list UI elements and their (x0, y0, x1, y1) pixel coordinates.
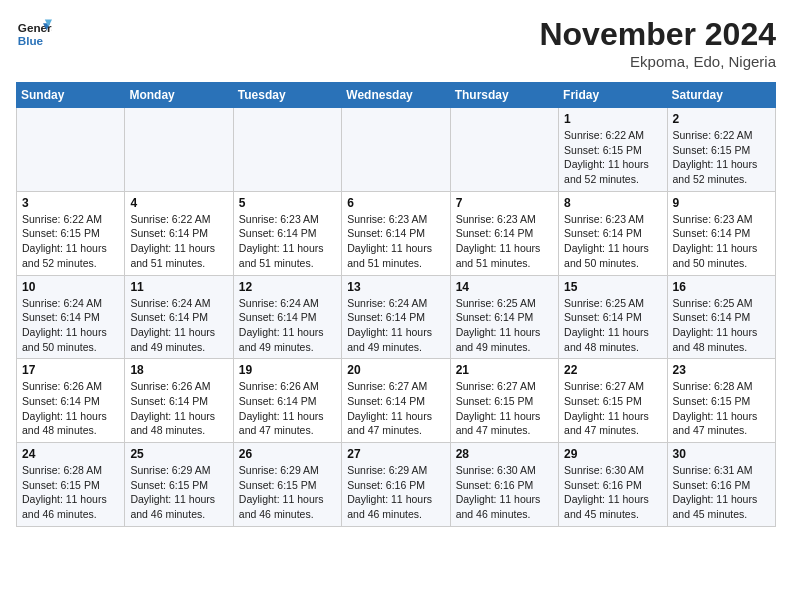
day-info: Sunrise: 6:22 AM Sunset: 6:14 PM Dayligh… (130, 212, 227, 271)
calendar-day-cell: 27Sunrise: 6:29 AM Sunset: 6:16 PM Dayli… (342, 443, 450, 527)
day-info: Sunrise: 6:24 AM Sunset: 6:14 PM Dayligh… (22, 296, 119, 355)
calendar-day-cell (17, 108, 125, 192)
calendar-day-cell: 19Sunrise: 6:26 AM Sunset: 6:14 PM Dayli… (233, 359, 341, 443)
weekday-header-cell: Tuesday (233, 83, 341, 108)
day-info: Sunrise: 6:22 AM Sunset: 6:15 PM Dayligh… (564, 128, 661, 187)
day-info: Sunrise: 6:28 AM Sunset: 6:15 PM Dayligh… (673, 379, 770, 438)
calendar-day-cell: 8Sunrise: 6:23 AM Sunset: 6:14 PM Daylig… (559, 191, 667, 275)
calendar-day-cell: 13Sunrise: 6:24 AM Sunset: 6:14 PM Dayli… (342, 275, 450, 359)
calendar-body: 1Sunrise: 6:22 AM Sunset: 6:15 PM Daylig… (17, 108, 776, 527)
day-number: 14 (456, 280, 553, 294)
day-info: Sunrise: 6:29 AM Sunset: 6:16 PM Dayligh… (347, 463, 444, 522)
weekday-header-cell: Sunday (17, 83, 125, 108)
calendar-day-cell: 1Sunrise: 6:22 AM Sunset: 6:15 PM Daylig… (559, 108, 667, 192)
calendar-day-cell (233, 108, 341, 192)
day-info: Sunrise: 6:24 AM Sunset: 6:14 PM Dayligh… (347, 296, 444, 355)
weekday-header-cell: Saturday (667, 83, 775, 108)
calendar-day-cell: 29Sunrise: 6:30 AM Sunset: 6:16 PM Dayli… (559, 443, 667, 527)
calendar-day-cell: 30Sunrise: 6:31 AM Sunset: 6:16 PM Dayli… (667, 443, 775, 527)
day-number: 26 (239, 447, 336, 461)
day-number: 5 (239, 196, 336, 210)
day-info: Sunrise: 6:31 AM Sunset: 6:16 PM Dayligh… (673, 463, 770, 522)
calendar-day-cell: 10Sunrise: 6:24 AM Sunset: 6:14 PM Dayli… (17, 275, 125, 359)
calendar-day-cell: 4Sunrise: 6:22 AM Sunset: 6:14 PM Daylig… (125, 191, 233, 275)
day-info: Sunrise: 6:24 AM Sunset: 6:14 PM Dayligh… (239, 296, 336, 355)
day-number: 7 (456, 196, 553, 210)
calendar-day-cell: 17Sunrise: 6:26 AM Sunset: 6:14 PM Dayli… (17, 359, 125, 443)
day-info: Sunrise: 6:26 AM Sunset: 6:14 PM Dayligh… (130, 379, 227, 438)
calendar-day-cell: 9Sunrise: 6:23 AM Sunset: 6:14 PM Daylig… (667, 191, 775, 275)
day-info: Sunrise: 6:23 AM Sunset: 6:14 PM Dayligh… (456, 212, 553, 271)
day-number: 27 (347, 447, 444, 461)
calendar-day-cell: 16Sunrise: 6:25 AM Sunset: 6:14 PM Dayli… (667, 275, 775, 359)
day-info: Sunrise: 6:22 AM Sunset: 6:15 PM Dayligh… (22, 212, 119, 271)
month-title: November 2024 (539, 16, 776, 53)
day-info: Sunrise: 6:28 AM Sunset: 6:15 PM Dayligh… (22, 463, 119, 522)
day-number: 30 (673, 447, 770, 461)
day-number: 15 (564, 280, 661, 294)
day-info: Sunrise: 6:27 AM Sunset: 6:15 PM Dayligh… (456, 379, 553, 438)
day-info: Sunrise: 6:29 AM Sunset: 6:15 PM Dayligh… (130, 463, 227, 522)
day-number: 11 (130, 280, 227, 294)
day-info: Sunrise: 6:30 AM Sunset: 6:16 PM Dayligh… (456, 463, 553, 522)
day-number: 21 (456, 363, 553, 377)
day-number: 4 (130, 196, 227, 210)
calendar-table: SundayMondayTuesdayWednesdayThursdayFrid… (16, 82, 776, 527)
weekday-header-cell: Monday (125, 83, 233, 108)
day-number: 12 (239, 280, 336, 294)
calendar-day-cell: 20Sunrise: 6:27 AM Sunset: 6:14 PM Dayli… (342, 359, 450, 443)
day-info: Sunrise: 6:26 AM Sunset: 6:14 PM Dayligh… (239, 379, 336, 438)
day-number: 13 (347, 280, 444, 294)
calendar-day-cell: 25Sunrise: 6:29 AM Sunset: 6:15 PM Dayli… (125, 443, 233, 527)
calendar-week-row: 1Sunrise: 6:22 AM Sunset: 6:15 PM Daylig… (17, 108, 776, 192)
page-header: General Blue November 2024 Ekpoma, Edo, … (16, 16, 776, 70)
calendar-day-cell (342, 108, 450, 192)
day-number: 10 (22, 280, 119, 294)
calendar-day-cell: 12Sunrise: 6:24 AM Sunset: 6:14 PM Dayli… (233, 275, 341, 359)
day-info: Sunrise: 6:23 AM Sunset: 6:14 PM Dayligh… (673, 212, 770, 271)
calendar-week-row: 17Sunrise: 6:26 AM Sunset: 6:14 PM Dayli… (17, 359, 776, 443)
weekday-header-cell: Wednesday (342, 83, 450, 108)
day-number: 23 (673, 363, 770, 377)
calendar-day-cell: 18Sunrise: 6:26 AM Sunset: 6:14 PM Dayli… (125, 359, 233, 443)
location: Ekpoma, Edo, Nigeria (539, 53, 776, 70)
day-number: 22 (564, 363, 661, 377)
calendar-day-cell (450, 108, 558, 192)
calendar-day-cell: 24Sunrise: 6:28 AM Sunset: 6:15 PM Dayli… (17, 443, 125, 527)
day-number: 1 (564, 112, 661, 126)
day-number: 19 (239, 363, 336, 377)
weekday-header-cell: Thursday (450, 83, 558, 108)
calendar-day-cell: 26Sunrise: 6:29 AM Sunset: 6:15 PM Dayli… (233, 443, 341, 527)
day-info: Sunrise: 6:25 AM Sunset: 6:14 PM Dayligh… (673, 296, 770, 355)
day-info: Sunrise: 6:26 AM Sunset: 6:14 PM Dayligh… (22, 379, 119, 438)
calendar-day-cell: 6Sunrise: 6:23 AM Sunset: 6:14 PM Daylig… (342, 191, 450, 275)
day-info: Sunrise: 6:30 AM Sunset: 6:16 PM Dayligh… (564, 463, 661, 522)
logo-icon: General Blue (16, 16, 52, 52)
day-number: 6 (347, 196, 444, 210)
day-info: Sunrise: 6:22 AM Sunset: 6:15 PM Dayligh… (673, 128, 770, 187)
day-number: 25 (130, 447, 227, 461)
day-info: Sunrise: 6:23 AM Sunset: 6:14 PM Dayligh… (239, 212, 336, 271)
logo: General Blue (16, 16, 52, 52)
day-info: Sunrise: 6:29 AM Sunset: 6:15 PM Dayligh… (239, 463, 336, 522)
svg-text:Blue: Blue (18, 34, 44, 47)
day-info: Sunrise: 6:25 AM Sunset: 6:14 PM Dayligh… (564, 296, 661, 355)
day-number: 18 (130, 363, 227, 377)
calendar-day-cell: 2Sunrise: 6:22 AM Sunset: 6:15 PM Daylig… (667, 108, 775, 192)
day-info: Sunrise: 6:23 AM Sunset: 6:14 PM Dayligh… (564, 212, 661, 271)
title-block: November 2024 Ekpoma, Edo, Nigeria (539, 16, 776, 70)
calendar-day-cell: 11Sunrise: 6:24 AM Sunset: 6:14 PM Dayli… (125, 275, 233, 359)
day-number: 24 (22, 447, 119, 461)
calendar-day-cell: 5Sunrise: 6:23 AM Sunset: 6:14 PM Daylig… (233, 191, 341, 275)
calendar-day-cell: 14Sunrise: 6:25 AM Sunset: 6:14 PM Dayli… (450, 275, 558, 359)
calendar-week-row: 3Sunrise: 6:22 AM Sunset: 6:15 PM Daylig… (17, 191, 776, 275)
calendar-day-cell: 22Sunrise: 6:27 AM Sunset: 6:15 PM Dayli… (559, 359, 667, 443)
calendar-week-row: 10Sunrise: 6:24 AM Sunset: 6:14 PM Dayli… (17, 275, 776, 359)
day-number: 9 (673, 196, 770, 210)
day-number: 16 (673, 280, 770, 294)
calendar-day-cell: 28Sunrise: 6:30 AM Sunset: 6:16 PM Dayli… (450, 443, 558, 527)
weekday-header-row: SundayMondayTuesdayWednesdayThursdayFrid… (17, 83, 776, 108)
day-info: Sunrise: 6:24 AM Sunset: 6:14 PM Dayligh… (130, 296, 227, 355)
day-number: 20 (347, 363, 444, 377)
calendar-day-cell: 15Sunrise: 6:25 AM Sunset: 6:14 PM Dayli… (559, 275, 667, 359)
